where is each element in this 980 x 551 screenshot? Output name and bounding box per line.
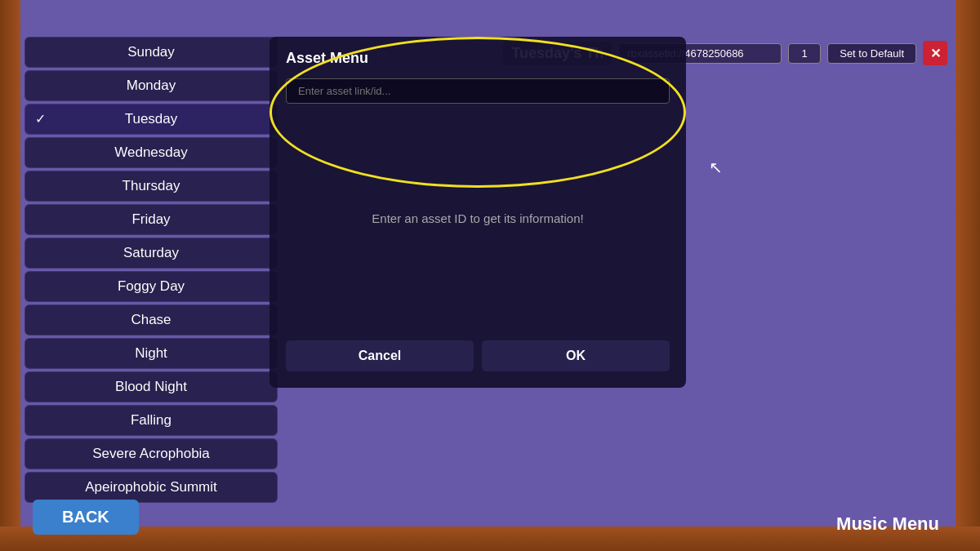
wood-panel-right: [956, 0, 980, 551]
asset-dialog-content: Enter an asset ID to get its information…: [286, 104, 670, 332]
sidebar-item-saturday[interactable]: Saturday: [24, 238, 278, 269]
sidebar-item-label: Sunday: [127, 44, 175, 60]
sidebar-item-friday[interactable]: Friday: [24, 204, 278, 235]
sidebar-item-night[interactable]: Night: [24, 338, 278, 369]
asset-search-input[interactable]: [286, 78, 670, 104]
sidebar-item-chase[interactable]: Chase: [24, 304, 278, 335]
back-button[interactable]: BACK: [33, 500, 139, 535]
sidebar-item-wednesday[interactable]: Wednesday: [24, 137, 278, 168]
number-input[interactable]: [788, 43, 821, 64]
sidebar-item-label: Blood Night: [115, 379, 187, 394]
close-button[interactable]: ✕: [923, 41, 947, 65]
sidebar-item-blood-night[interactable]: Blood Night: [24, 371, 278, 402]
sidebar-item-label: Thursday: [122, 178, 180, 193]
asset-ok-button[interactable]: OK: [482, 340, 670, 371]
asset-cancel-button[interactable]: Cancel: [286, 340, 474, 371]
wood-panel-left: [0, 0, 20, 551]
sidebar-item-label: Apeirophobic Summit: [85, 479, 217, 495]
sidebar-item-tuesday[interactable]: ✓Tuesday: [24, 104, 278, 135]
sidebar-item-label: Foggy Day: [118, 278, 185, 294]
sidebar-item-label: Friday: [131, 211, 170, 227]
sidebar-item-apeirophobic-summit[interactable]: Apeirophobic Summit: [24, 472, 278, 503]
sidebar-item-foggy-day[interactable]: Foggy Day: [24, 271, 278, 302]
wood-panel-bottom: [0, 527, 980, 551]
sidebar-item-label: Severe Acrophobia: [92, 446, 210, 461]
asset-dialog-buttons: Cancel OK: [286, 340, 670, 371]
sidebar-item-severe-acrophobia[interactable]: Severe Acrophobia: [24, 438, 278, 469]
sidebar-item-label: Wednesday: [114, 144, 187, 160]
sidebar-item-label: Monday: [127, 78, 176, 93]
music-menu-label: Music Menu: [836, 513, 939, 535]
sidebar-item-label: Falling: [131, 412, 172, 428]
sidebar-item-sunday[interactable]: Sunday: [24, 37, 278, 68]
set-default-button[interactable]: Set to Default: [827, 43, 916, 64]
sidebar-item-thursday[interactable]: Thursday: [24, 171, 278, 202]
sidebar-list: SundayMonday✓TuesdayWednesdayThursdayFri…: [24, 37, 278, 503]
sidebar-item-label: Tuesday: [125, 111, 178, 127]
asset-dialog: Asset Menu Enter an asset ID to get its …: [270, 37, 686, 388]
checkmark-icon: ✓: [35, 111, 46, 127]
asset-dialog-title: Asset Menu: [286, 50, 670, 67]
sidebar-item-falling[interactable]: Falling: [24, 405, 278, 436]
sidebar-item-label: Saturday: [123, 245, 179, 260]
sidebar-item-label: Chase: [131, 312, 171, 327]
asset-hint-text: Enter an asset ID to get its information…: [372, 211, 583, 225]
sidebar-item-label: Night: [135, 345, 167, 361]
sidebar-item-monday[interactable]: Monday: [24, 70, 278, 101]
